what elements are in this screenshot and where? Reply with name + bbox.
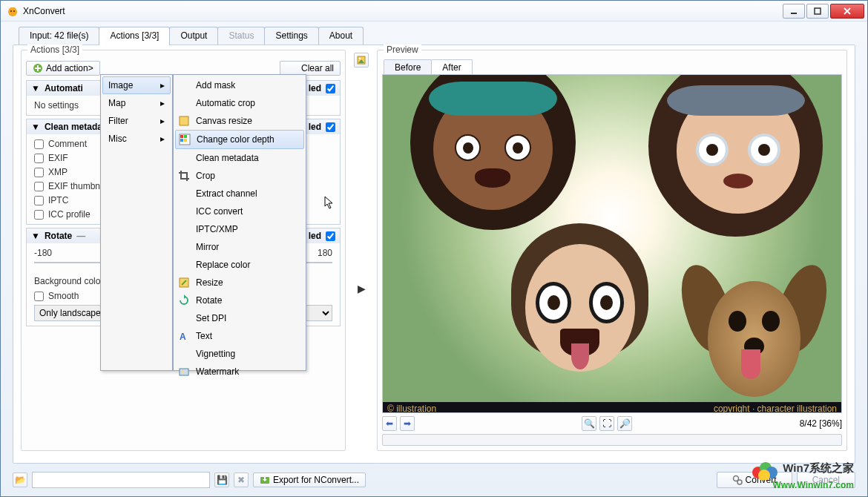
collapse-icon: ▼ <box>31 231 40 241</box>
svg-rect-19 <box>180 139 183 142</box>
enabled-checkbox[interactable] <box>326 84 335 93</box>
fit-button[interactable]: ⛶ <box>599 416 614 431</box>
mi-set-dpi[interactable]: Set DPI <box>175 309 304 327</box>
dpi-icon <box>178 312 190 324</box>
svg-rect-18 <box>184 135 187 138</box>
zoom-out-icon: 🔎 <box>619 418 631 429</box>
preview-scrollbar[interactable] <box>382 434 842 446</box>
preview-panel: Preview Before After <box>377 50 847 451</box>
zoom-out-button[interactable]: 🔎 <box>617 416 632 431</box>
mi-auto-crop[interactable]: Automatic crop <box>175 94 304 112</box>
channel-icon <box>178 188 190 200</box>
resize-icon <box>178 277 190 289</box>
autocrop-icon <box>178 97 190 109</box>
svg-rect-20 <box>184 139 187 142</box>
mi-crop[interactable]: Crop <box>175 167 304 185</box>
convert-label: Convert <box>746 475 777 485</box>
clear-all-button[interactable]: Clear all <box>280 61 341 76</box>
mi-text[interactable]: AText <box>175 327 304 345</box>
folder-icon: 📂 <box>15 475 26 485</box>
tab-actions[interactable]: Actions [3/3] <box>99 27 170 45</box>
arrow-right-icon: ▶ <box>358 283 366 294</box>
tab-after[interactable]: After <box>431 59 472 75</box>
prev-image-button[interactable]: ⬅ <box>382 416 397 431</box>
mi-iptc-xmp[interactable]: IPTC/XMP <box>175 220 304 238</box>
cat-filter[interactable]: Filter▸ <box>102 112 171 130</box>
dirty-icon: — <box>76 231 85 241</box>
replace-color-icon <box>178 259 190 271</box>
cat-image[interactable]: Image▸ <box>102 76 171 94</box>
close-button[interactable] <box>830 4 864 19</box>
export-icon <box>260 475 270 485</box>
convert-button[interactable]: Convert <box>717 472 792 488</box>
preview-toggle-button[interactable] <box>354 53 369 68</box>
mi-mirror[interactable]: Mirror <box>175 238 304 256</box>
cat-map[interactable]: Map▸ <box>102 94 171 112</box>
rotate-icon <box>178 294 190 306</box>
mi-clean-metadata[interactable]: Clean metadata <box>175 149 304 167</box>
mi-change-color-depth[interactable]: Change color depth <box>175 130 304 149</box>
preview-panel-title: Preview <box>384 45 421 55</box>
mi-canvas-resize[interactable]: Canvas resize <box>175 112 304 130</box>
plus-icon <box>33 63 43 73</box>
chevron-right-icon: ▸ <box>160 80 165 90</box>
fit-icon: ⛶ <box>602 418 611 429</box>
preview-credits-left: © illustration <box>387 404 436 411</box>
maximize-button[interactable] <box>806 4 829 19</box>
tab-status[interactable]: Status <box>217 27 265 45</box>
svg-rect-3 <box>791 13 797 14</box>
tab-before[interactable]: Before <box>384 59 432 75</box>
mi-vignetting[interactable]: Vignetting <box>175 345 304 363</box>
zoom-in-button[interactable]: 🔍 <box>582 416 596 431</box>
mi-add-mask[interactable]: Add mask <box>175 76 304 94</box>
enabled-checkbox[interactable] <box>326 231 335 241</box>
cancel-button[interactable]: Cancel <box>797 472 855 488</box>
bgcolor-label: Background color <box>34 276 103 286</box>
context-categories: Image▸ Map▸ Filter▸ Misc▸ <box>100 74 173 371</box>
titlebar: XnConvert <box>1 1 867 22</box>
watermark-icon <box>178 366 190 378</box>
cat-misc[interactable]: Misc▸ <box>102 130 171 148</box>
mi-icc-convert[interactable]: ICC convert <box>175 203 304 220</box>
tab-output[interactable]: Output <box>169 27 218 45</box>
svg-rect-4 <box>815 8 821 14</box>
arrow-right-icon: ➡ <box>404 418 411 429</box>
save-script-button[interactable]: 💾 <box>214 473 229 487</box>
script-combo[interactable] <box>32 472 210 488</box>
rotate-max: 180 <box>318 248 332 258</box>
collapse-icon: ▼ <box>31 83 40 93</box>
main-tabs: Input: 42 file(s) Actions [3/3] Output S… <box>1 26 867 45</box>
zoom-in-icon: 🔍 <box>584 418 595 429</box>
export-button[interactable]: Export for NConvert... <box>253 473 366 487</box>
mi-rotate[interactable]: Rotate <box>175 292 304 309</box>
canvas-icon <box>178 115 190 127</box>
tab-settings[interactable]: Settings <box>264 27 318 45</box>
add-action-button[interactable]: Add action> <box>26 61 100 76</box>
gears-icon <box>732 475 743 485</box>
svg-point-7 <box>359 58 361 60</box>
export-label: Export for NConvert... <box>273 475 359 485</box>
iptc-icon <box>178 223 190 235</box>
tab-about[interactable]: About <box>318 27 364 45</box>
mi-resize[interactable]: Resize <box>175 274 304 292</box>
mi-replace-color[interactable]: Replace color <box>175 256 304 274</box>
preview-image: © illustration copyright · character ill… <box>382 74 842 413</box>
chevron-right-icon: ▸ <box>160 98 165 108</box>
tab-input[interactable]: Input: 42 file(s) <box>19 27 99 45</box>
action-title: Automati <box>45 83 83 93</box>
chevron-right-icon: ▸ <box>160 134 165 144</box>
minimize-button[interactable] <box>783 4 805 19</box>
mi-watermark[interactable]: Watermark <box>175 363 304 381</box>
enabled-checkbox[interactable] <box>326 122 335 132</box>
text-icon: A <box>178 330 190 342</box>
next-image-button[interactable]: ➡ <box>400 416 415 431</box>
action-title: Rotate <box>45 231 72 241</box>
crop-icon <box>178 170 190 182</box>
svg-point-1 <box>10 10 12 12</box>
svg-rect-15 <box>180 116 188 125</box>
clear-all-label: Clear all <box>301 63 334 73</box>
mi-extract-channel[interactable]: Extract channel <box>175 185 304 203</box>
cancel-label: Cancel <box>812 475 840 485</box>
delete-script-button[interactable]: ✖ <box>234 473 249 487</box>
open-script-button[interactable]: 📂 <box>13 473 27 487</box>
